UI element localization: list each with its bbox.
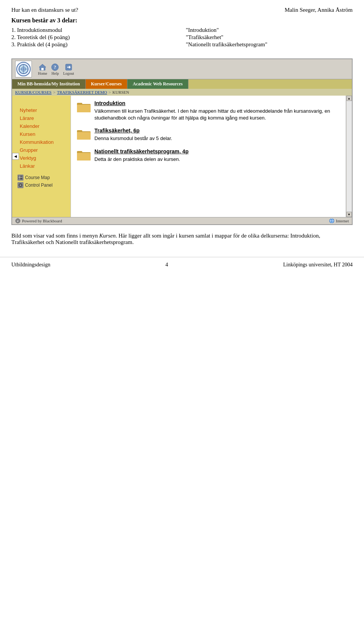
control-panel-icon [17, 182, 24, 188]
internet-icon [329, 218, 334, 224]
status-right: Internet [329, 218, 349, 224]
item-text-trafik: Trafiksäkerhet, 6p Denna kursmodul bestå… [94, 127, 172, 142]
part2-label: 2. Teoretisk del (6 poäng) [11, 34, 178, 41]
course-parts: 1. Introduktionsmodul "Introduktion" 2. … [11, 27, 353, 48]
sidebar-item-larare[interactable]: Lärare [12, 114, 71, 122]
help-label: Help [52, 71, 59, 76]
sidebar-item-grupper[interactable]: Grupper [12, 146, 71, 154]
svg-text:?: ? [54, 65, 56, 70]
logo-svg [18, 64, 29, 74]
home-nav-icon[interactable]: Home [38, 63, 47, 76]
item-title-introduktion[interactable]: Introduktion [94, 100, 340, 106]
status-right-text: Internet [336, 219, 349, 223]
sidebar-item-kalender[interactable]: Kalender [12, 122, 71, 130]
sidebar-item-kommunikation[interactable]: Kommunikation [12, 138, 71, 146]
item-title-nationellt[interactable]: Nationellt trafiksäkerhetsprogram, 4p [94, 148, 188, 154]
tab-academic-web[interactable]: Academic Web Resources [127, 79, 188, 89]
caption-area: Bild som visar vad som finns i menyn Kur… [0, 230, 364, 249]
help-nav-icon[interactable]: ? Help [51, 63, 59, 76]
sidebar-item-kursen[interactable]: Kursen [12, 130, 71, 138]
logout-svg [64, 63, 73, 71]
header-right: Malin Seeger, Annika Åström [285, 7, 353, 13]
course-map-item[interactable]: Course Map [17, 175, 67, 181]
control-panel-item[interactable]: Control Panel [17, 182, 67, 188]
tab-courses[interactable]: Kurser/Courses [86, 79, 127, 89]
breadcrumb: KURSER/COURSES > TRAFIKSÄKERHET DEMO > K… [12, 89, 352, 96]
sidebar-item-verktyg[interactable]: Verktyg [12, 154, 71, 162]
part3-label: 3. Praktisk del (4 poäng) [11, 41, 178, 48]
content-area: ◄ Nyheter Lärare Kalender Kursen Kommuni… [12, 96, 346, 217]
help-svg: ? [51, 63, 59, 71]
content-item-introduktion: Introduktion Välkommen till kursen Trafi… [77, 100, 340, 121]
scrollbar-track [347, 101, 352, 212]
left-sidebar: ◄ Nyheter Lärare Kalender Kursen Kommuni… [12, 96, 71, 217]
part3-value: "Nationellt trafiksäkerhetsprogram" [186, 41, 353, 48]
svg-point-14 [20, 184, 21, 186]
svg-text:e: e [17, 219, 19, 223]
breadcrumb-sep-1: > [53, 90, 55, 94]
scrollbar-down[interactable]: ▼ [347, 212, 352, 217]
item-text-nationellt: Nationellt trafiksäkerhetsprogram, 4p De… [94, 148, 188, 163]
sidebar-item-lankar[interactable]: Länkar [12, 162, 71, 170]
item-desc-introduktion: Välkommen till kursen Trafiksäkerhet. I … [94, 108, 340, 121]
home-label: Home [38, 71, 47, 76]
scrollbar[interactable]: ▲ ▼ [346, 96, 352, 217]
logout-nav-icon[interactable]: Logout [63, 63, 74, 76]
control-panel-label: Control Panel [25, 183, 53, 188]
caption-italic: Kursen [99, 233, 116, 239]
main-panel: Introduktion Välkommen till kursen Trafi… [71, 96, 346, 217]
part1-label: 1. Introduktionsmodul [11, 27, 178, 33]
course-map-label: Course Map [25, 175, 50, 180]
sidebar-menu: Nyheter Lärare Kalender Kursen Kommunika… [12, 99, 71, 170]
item-title-trafik[interactable]: Trafiksäkerhet, 6p [94, 127, 172, 134]
course-heading: Kursen består av 3 delar: [11, 17, 353, 24]
course-map-icon [17, 175, 24, 181]
status-left-text: Powered by Blackboard [22, 219, 62, 223]
breadcrumb-3: KURSEN [113, 90, 129, 94]
status-bb-icon: e [15, 218, 20, 224]
university-logo [15, 61, 32, 77]
browser-toolbar: Home ? Help Logout [12, 59, 352, 79]
browser-status-bar: e Powered by Blackboard Internet [12, 217, 352, 224]
breadcrumb-sep-2: > [108, 90, 111, 94]
svg-rect-17 [77, 105, 91, 112]
page-footer: Utbildningsdesign 4 Linköpings universit… [0, 257, 364, 272]
home-svg [38, 63, 47, 71]
caption-text1: Bild som visar vad som finns i menyn [11, 233, 99, 239]
bb-nav: Min BB-hemsida/My Institution Kurser/Cou… [12, 79, 352, 89]
content-item-nationellt: Nationellt trafiksäkerhetsprogram, 4p De… [77, 148, 340, 163]
item-desc-nationellt: Detta är den praktiska delen av kursen. [94, 156, 188, 163]
part1-value: "Introduktion" [186, 27, 353, 33]
content-scroll-wrapper: ◄ Nyheter Lärare Kalender Kursen Kommuni… [12, 96, 352, 217]
sidebar-item-nyheter[interactable]: Nyheter [12, 106, 71, 114]
svg-rect-10 [19, 176, 22, 179]
status-left: e Powered by Blackboard [15, 218, 62, 224]
scrollbar-up[interactable]: ▲ [347, 96, 352, 101]
folder-icon-nationellt [77, 149, 91, 161]
control-icon-svg [18, 183, 23, 187]
item-text-introduktion: Introduktion Välkommen till kursen Trafi… [94, 100, 340, 121]
logout-label: Logout [63, 71, 74, 76]
browser-frame: Home ? Help Logout Min BB-hemsida/My Ins [11, 58, 353, 225]
item-desc-trafik: Denna kursmodul består av 5 delar. [94, 135, 172, 142]
breadcrumb-2[interactable]: TRAFIKSÄKERHET DEMO [57, 90, 107, 94]
main-content: Kursen består av 3 delar: 1. Introduktio… [0, 17, 364, 58]
folder-icon-trafik [77, 128, 91, 140]
part2-value: "Trafiksäkerhet" [186, 34, 353, 41]
folder-icon-introduktion [77, 101, 91, 112]
svg-rect-5 [41, 68, 44, 70]
browser-nav-icons: Home ? Help Logout [38, 63, 74, 76]
content-item-trafiksäkerhet: Trafiksäkerhet, 6p Denna kursmodul bestå… [77, 127, 340, 142]
svg-rect-23 [77, 153, 91, 161]
map-icon-svg [18, 175, 23, 180]
footer-left: Utbildningsdesign [11, 262, 50, 268]
header-left: Hur kan en distanskurs se ut? [11, 7, 78, 13]
tab-my-institution[interactable]: Min BB-hemsida/My Institution [12, 79, 86, 89]
svg-rect-20 [77, 132, 91, 140]
sidebar-collapse-arrow[interactable]: ◄ [12, 153, 19, 160]
footer-center: 4 [165, 262, 168, 268]
breadcrumb-1[interactable]: KURSER/COURSES [15, 90, 52, 94]
footer-right: Linköpings universitet, HT 2004 [283, 262, 353, 268]
page-header: Hur kan en distanskurs se ut? Malin Seeg… [0, 0, 364, 17]
sidebar-bottom: Course Map Control Panel [12, 175, 71, 188]
